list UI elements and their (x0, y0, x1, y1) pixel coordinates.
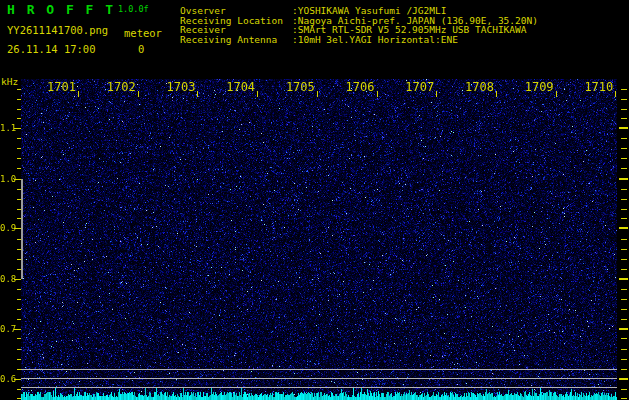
x-tick-label: 1709 (514, 81, 554, 93)
y-minor-tick-left (17, 109, 21, 110)
x-tick-label: 1705 (275, 81, 315, 93)
y-minor-tick-right (621, 359, 627, 360)
y-minor-tick-right (621, 99, 627, 100)
y-minor-tick-left (17, 299, 21, 300)
y-minor-tick-right (621, 89, 627, 90)
y-minor-tick-left (17, 269, 21, 270)
hrofft-window: H R O F F T 1.0.0f YY2611141700.png mete… (0, 0, 629, 400)
y-minor-tick-left (17, 259, 21, 260)
x-tick-label: 1702 (96, 81, 136, 93)
y-minor-tick-right (621, 249, 627, 250)
y-minor-tick-left (17, 189, 21, 190)
y-minor-tick-right (621, 398, 627, 399)
y-minor-tick-left (17, 209, 21, 210)
x-tick-mark (377, 91, 378, 97)
y-minor-tick-right (621, 369, 627, 370)
x-tick-mark (615, 91, 616, 97)
x-tick-mark (138, 91, 139, 97)
y-tick-label: 0.8 (0, 275, 13, 284)
y-minor-tick-right (621, 168, 627, 169)
x-tick-label: 1708 (454, 81, 494, 93)
x-tick-label: 1706 (335, 81, 375, 93)
x-tick-mark (257, 91, 258, 97)
y-minor-tick-right (621, 289, 627, 290)
x-tick-mark (78, 91, 79, 97)
antenna-label: Receiving Antenna (180, 35, 292, 45)
y-minor-tick-left (17, 118, 21, 119)
y-minor-tick-left (17, 338, 21, 339)
y-minor-tick-right (621, 338, 627, 339)
y-major-tick-right (619, 328, 628, 330)
antenna-row: Receiving Antenna:10mH 3el.YAGI Horizont… (180, 35, 538, 45)
y-major-tick-right (619, 378, 628, 380)
antenna-value: :10mH 3el.YAGI Horizontal:ENE (292, 34, 458, 45)
y-minor-tick-left (17, 369, 21, 370)
x-tick-mark (317, 91, 318, 97)
app-version: 1.0.0f (118, 5, 149, 14)
y-minor-tick-right (621, 218, 627, 219)
x-tick-mark (496, 91, 497, 97)
y-minor-tick-left (17, 218, 21, 219)
y-minor-tick-right (621, 269, 627, 270)
y-minor-tick-left (17, 89, 21, 90)
y-minor-tick-right (621, 349, 627, 350)
y-minor-tick-right (621, 209, 627, 210)
y-tick-label: 1.0 (0, 175, 13, 184)
y-minor-tick-right (621, 189, 627, 190)
y-major-tick-right (619, 178, 628, 180)
y-minor-tick-right (621, 158, 627, 159)
x-tick-label: 1710 (573, 81, 613, 93)
y-tick-label: 0.9 (0, 224, 13, 233)
x-tick-mark (197, 91, 198, 97)
y-minor-tick-left (17, 289, 21, 290)
x-tick-label: 1707 (394, 81, 434, 93)
y-minor-tick-left (17, 309, 21, 310)
y-minor-tick-left (17, 389, 21, 390)
y-axis-unit-label: kHz (1, 77, 18, 87)
y-minor-tick-right (621, 138, 627, 139)
y-minor-tick-right (621, 259, 627, 260)
y-minor-tick-left (17, 158, 21, 159)
x-tick-mark (436, 91, 437, 97)
y-major-tick-right (619, 127, 628, 129)
y-minor-tick-left (17, 398, 21, 399)
output-filename: YY2611141700.png (7, 25, 108, 36)
app-title: H R O F F T (7, 3, 115, 16)
y-minor-tick-left (17, 249, 21, 250)
y-minor-tick-right (621, 109, 627, 110)
y-minor-tick-right (621, 389, 627, 390)
y-minor-tick-right (621, 199, 627, 200)
y-minor-tick-left (17, 168, 21, 169)
y-minor-tick-left (17, 349, 21, 350)
y-minor-tick-right (621, 239, 627, 240)
y-tick-label: 0.6 (0, 375, 13, 384)
y-minor-tick-left (17, 359, 21, 360)
meteor-count: 0 (138, 44, 144, 55)
y-minor-tick-left (17, 148, 21, 149)
x-tick-label: 1703 (155, 81, 195, 93)
mode-label: meteor (124, 28, 162, 39)
x-tick-label: 1704 (215, 81, 255, 93)
datetime-label: 26.11.14 17:00 (7, 44, 96, 55)
y-minor-tick-left (17, 239, 21, 240)
station-info: Ovserver:YOSHIKAWA Yasufumi /JG2MLI Rece… (180, 6, 538, 45)
y-minor-tick-left (17, 199, 21, 200)
spectrogram-canvas (21, 79, 617, 400)
y-minor-tick-left (17, 138, 21, 139)
x-tick-mark (556, 91, 557, 97)
y-minor-tick-right (621, 309, 627, 310)
y-major-tick-right (619, 227, 628, 229)
y-tick-label: 1.1 (0, 124, 13, 133)
y-minor-tick-right (621, 148, 627, 149)
y-major-tick-right (619, 278, 628, 280)
y-minor-tick-left (17, 99, 21, 100)
y-tick-label: 0.7 (0, 325, 13, 334)
y-minor-tick-right (621, 319, 627, 320)
y-minor-tick-right (621, 118, 627, 119)
x-tick-label: 1701 (36, 81, 76, 93)
y-minor-tick-left (17, 319, 21, 320)
y-minor-tick-right (621, 299, 627, 300)
